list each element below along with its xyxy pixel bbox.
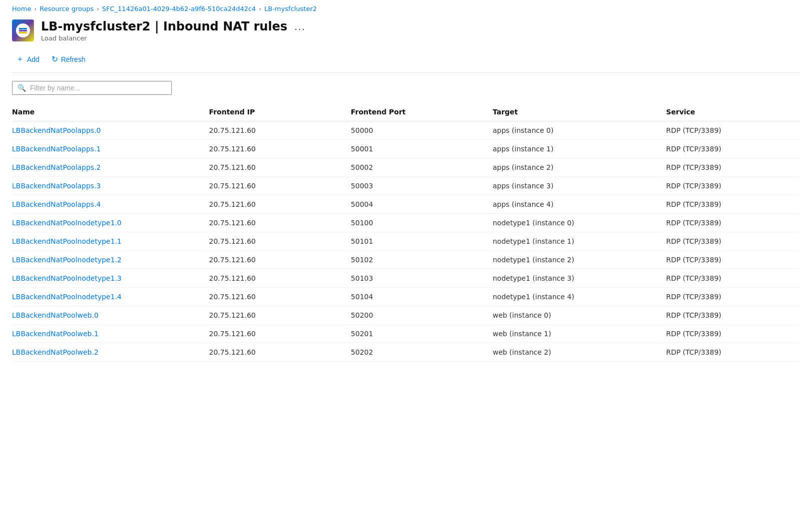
filter-input[interactable] xyxy=(30,84,166,92)
cell-target: nodetype1 (instance 4) xyxy=(493,288,666,306)
add-button[interactable]: ＋ Add xyxy=(12,52,43,66)
nat-rule-link[interactable]: LBBackendNatPoolnodetype1.0 xyxy=(12,219,121,227)
cell-name: LBBackendNatPoolapps.4 xyxy=(12,195,209,214)
col-header-frontend-port: Frontend Port xyxy=(351,103,493,121)
breadcrumb-resource[interactable]: LB-mysfcluster2 xyxy=(264,5,317,12)
cell-service: RDP (TCP/3389) xyxy=(666,288,800,306)
cell-frontend-ip: 20.75.121.60 xyxy=(209,325,351,343)
nat-rule-link[interactable]: LBBackendNatPoolapps.0 xyxy=(12,126,101,134)
page-title-text: LB-mysfcluster2 | Inbound NAT rules xyxy=(41,19,287,33)
resource-type-label: Load balancer xyxy=(41,34,308,42)
cell-target: apps (instance 3) xyxy=(493,177,666,195)
nat-rule-link[interactable]: LBBackendNatPoolweb.1 xyxy=(12,330,98,338)
breadcrumb-sep-2: › xyxy=(96,5,99,12)
breadcrumb-subscription[interactable]: SFC_11426a01-4029-4b62-a9f6-510ca24d42c4 xyxy=(102,5,256,12)
table-row: LBBackendNatPoolapps.4 20.75.121.60 5000… xyxy=(12,195,800,214)
cell-frontend-ip: 20.75.121.60 xyxy=(209,140,351,158)
nat-rule-link[interactable]: LBBackendNatPoolnodetype1.1 xyxy=(12,237,121,245)
refresh-button[interactable]: ↻ Refresh xyxy=(47,52,89,66)
cell-target: nodetype1 (instance 3) xyxy=(493,269,666,288)
cell-service: RDP (TCP/3389) xyxy=(666,251,800,269)
filter-row: 🔍 xyxy=(12,81,800,95)
table-row: LBBackendNatPoolnodetype1.2 20.75.121.60… xyxy=(12,251,800,269)
cell-service: RDP (TCP/3389) xyxy=(666,121,800,140)
nat-rule-link[interactable]: LBBackendNatPoolapps.1 xyxy=(12,145,101,153)
cell-service: RDP (TCP/3389) xyxy=(666,158,800,177)
table-row: LBBackendNatPoolweb.0 20.75.121.60 50200… xyxy=(12,306,800,325)
cell-name: LBBackendNatPoolweb.1 xyxy=(12,325,209,343)
table-body: LBBackendNatPoolapps.0 20.75.121.60 5000… xyxy=(12,121,800,362)
filter-container: 🔍 xyxy=(12,81,172,95)
breadcrumb-resource-groups[interactable]: Resource groups xyxy=(39,5,93,12)
cell-target: web (instance 1) xyxy=(493,325,666,343)
cell-target: web (instance 2) xyxy=(493,343,666,362)
nat-rules-table: Name Frontend IP Frontend Port Target Se… xyxy=(12,103,800,362)
cell-frontend-port: 50100 xyxy=(351,214,493,232)
nat-rule-link[interactable]: LBBackendNatPoolapps.4 xyxy=(12,200,101,208)
header-text: LB-mysfcluster2 | Inbound NAT rules ... … xyxy=(41,19,308,42)
cell-target: apps (instance 0) xyxy=(493,121,666,140)
cell-target: web (instance 0) xyxy=(493,306,666,325)
cell-frontend-port: 50001 xyxy=(351,140,493,158)
cell-service: RDP (TCP/3389) xyxy=(666,269,800,288)
cell-frontend-ip: 20.75.121.60 xyxy=(209,121,351,140)
cell-frontend-port: 50202 xyxy=(351,343,493,362)
refresh-label: Refresh xyxy=(61,55,85,63)
refresh-icon: ↻ xyxy=(51,54,58,64)
add-label: Add xyxy=(27,55,39,63)
cell-frontend-port: 50103 xyxy=(351,269,493,288)
cell-frontend-port: 50004 xyxy=(351,195,493,214)
cell-frontend-port: 50201 xyxy=(351,325,493,343)
cell-name: LBBackendNatPoolweb.2 xyxy=(12,343,209,362)
cell-target: apps (instance 1) xyxy=(493,140,666,158)
col-header-service: Service xyxy=(666,103,800,121)
nat-rule-link[interactable]: LBBackendNatPoolnodetype1.2 xyxy=(12,256,121,264)
more-options-button[interactable]: ... xyxy=(292,21,308,32)
table-row: LBBackendNatPoolnodetype1.4 20.75.121.60… xyxy=(12,288,800,306)
nat-rule-link[interactable]: LBBackendNatPoolnodetype1.4 xyxy=(12,293,121,301)
nat-rule-link[interactable]: LBBackendNatPoolweb.2 xyxy=(12,348,98,356)
cell-service: RDP (TCP/3389) xyxy=(666,343,800,362)
breadcrumb-sep-1: › xyxy=(34,5,36,12)
cell-name: LBBackendNatPoolweb.0 xyxy=(12,306,209,325)
breadcrumb-home[interactable]: Home xyxy=(12,5,31,12)
cell-target: apps (instance 4) xyxy=(493,195,666,214)
cell-service: RDP (TCP/3389) xyxy=(666,232,800,251)
cell-name: LBBackendNatPoolapps.2 xyxy=(12,158,209,177)
cell-frontend-ip: 20.75.121.60 xyxy=(209,232,351,251)
cell-frontend-ip: 20.75.121.60 xyxy=(209,158,351,177)
cell-frontend-ip: 20.75.121.60 xyxy=(209,306,351,325)
cell-name: LBBackendNatPoolnodetype1.3 xyxy=(12,269,209,288)
table-row: LBBackendNatPoolapps.2 20.75.121.60 5000… xyxy=(12,158,800,177)
cell-frontend-port: 50101 xyxy=(351,232,493,251)
col-header-target: Target xyxy=(493,103,666,121)
table-row: LBBackendNatPoolapps.0 20.75.121.60 5000… xyxy=(12,121,800,140)
toolbar: ＋ Add ↻ Refresh xyxy=(0,48,812,72)
nat-rule-link[interactable]: LBBackendNatPoolapps.2 xyxy=(12,163,101,171)
cell-name: LBBackendNatPoolnodetype1.0 xyxy=(12,214,209,232)
breadcrumb: Home › Resource groups › SFC_11426a01-40… xyxy=(0,0,812,15)
page-header: LB-mysfcluster2 | Inbound NAT rules ... … xyxy=(0,15,812,48)
cell-name: LBBackendNatPoolapps.3 xyxy=(12,177,209,195)
table-row: LBBackendNatPoolweb.1 20.75.121.60 50201… xyxy=(12,325,800,343)
cell-target: apps (instance 2) xyxy=(493,158,666,177)
table-header: Name Frontend IP Frontend Port Target Se… xyxy=(12,103,800,121)
cell-frontend-port: 50102 xyxy=(351,251,493,269)
add-icon: ＋ xyxy=(16,54,24,64)
cell-frontend-ip: 20.75.121.60 xyxy=(209,251,351,269)
page-title: LB-mysfcluster2 | Inbound NAT rules ... xyxy=(41,19,308,33)
cell-service: RDP (TCP/3389) xyxy=(666,140,800,158)
cell-frontend-port: 50003 xyxy=(351,177,493,195)
cell-frontend-port: 50104 xyxy=(351,288,493,306)
cell-frontend-port: 50000 xyxy=(351,121,493,140)
breadcrumb-sep-3: › xyxy=(259,5,261,12)
nat-rule-link[interactable]: LBBackendNatPoolweb.0 xyxy=(12,311,98,319)
col-header-name: Name xyxy=(12,103,209,121)
cell-name: LBBackendNatPoolnodetype1.2 xyxy=(12,251,209,269)
cell-target: nodetype1 (instance 2) xyxy=(493,251,666,269)
table-row: LBBackendNatPoolapps.1 20.75.121.60 5000… xyxy=(12,140,800,158)
nat-rule-link[interactable]: LBBackendNatPoolnodetype1.3 xyxy=(12,274,121,282)
cell-name: LBBackendNatPoolnodetype1.1 xyxy=(12,232,209,251)
search-icon: 🔍 xyxy=(17,84,26,92)
nat-rule-link[interactable]: LBBackendNatPoolapps.3 xyxy=(12,182,101,190)
